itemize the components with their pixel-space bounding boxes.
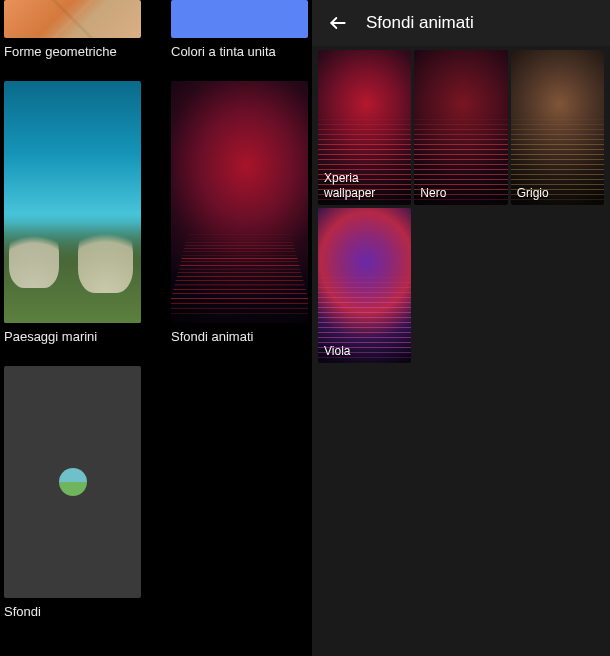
- wallpaper-label: Xperia wallpaper: [324, 171, 407, 200]
- wallpaper-thumb: Xperia wallpaper: [318, 50, 411, 205]
- wallpaper-thumb: Nero: [414, 50, 507, 205]
- thumb-geometric: [4, 0, 141, 38]
- thumb-ocean: [4, 81, 141, 323]
- wallpaper-viola[interactable]: Viola: [318, 208, 411, 363]
- wallpaper-label: Viola: [324, 344, 407, 358]
- thumb-animated: [171, 81, 308, 323]
- category-paesaggi-marini[interactable]: Paesaggi marini: [4, 81, 141, 344]
- wallpaper-label: Nero: [420, 186, 503, 200]
- wallpaper-xperia[interactable]: Xperia wallpaper: [318, 50, 411, 205]
- landscape-icon: [59, 468, 87, 496]
- arrow-left-icon: [328, 13, 348, 33]
- category-forme-geometriche[interactable]: Forme geometriche: [4, 0, 141, 59]
- wallpaper-label: Grigio: [517, 186, 600, 200]
- wallpaper-thumb: Viola: [318, 208, 411, 363]
- wallpaper-grid: Xperia wallpaper Nero Grigio Viola: [312, 46, 610, 363]
- category-colori-tinta-unita[interactable]: Colori a tinta unita: [171, 0, 308, 59]
- wallpaper-nero[interactable]: Nero: [414, 50, 507, 205]
- panel-header: Sfondi animati: [312, 0, 610, 46]
- thumb-placeholder: [4, 366, 141, 598]
- category-label: Forme geometriche: [4, 44, 141, 59]
- animated-wallpapers-panel: Sfondi animati Xperia wallpaper Nero Gri…: [312, 0, 610, 656]
- wallpaper-categories: Forme geometriche Colori a tinta unita P…: [0, 0, 312, 656]
- category-label: Colori a tinta unita: [171, 44, 308, 59]
- panel-title: Sfondi animati: [366, 13, 474, 33]
- category-sfondi[interactable]: Sfondi: [4, 366, 141, 619]
- category-label: Sfondi animati: [171, 329, 308, 344]
- thumb-solid-color: [171, 0, 308, 38]
- wallpaper-thumb: Grigio: [511, 50, 604, 205]
- category-sfondi-animati[interactable]: Sfondi animati: [171, 81, 308, 344]
- back-button[interactable]: [320, 5, 356, 41]
- wallpaper-grigio[interactable]: Grigio: [511, 50, 604, 205]
- category-label: Paesaggi marini: [4, 329, 141, 344]
- category-label: Sfondi: [4, 604, 141, 619]
